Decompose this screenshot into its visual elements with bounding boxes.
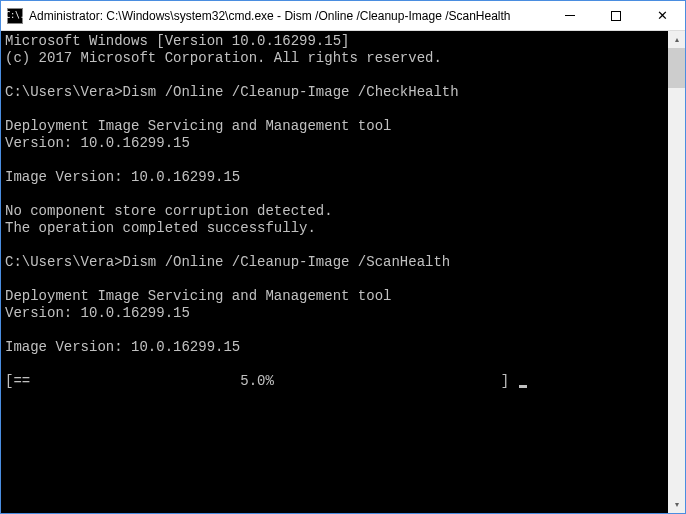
terminal-output[interactable]: Microsoft Windows [Version 10.0.16299.15…	[1, 31, 668, 513]
terminal-line: Deployment Image Servicing and Managemen…	[5, 288, 391, 304]
close-button[interactable]: ✕	[639, 1, 685, 30]
maximize-icon	[611, 11, 621, 21]
terminal-line: Image Version: 10.0.16299.15	[5, 339, 240, 355]
terminal-line: [== 5.0% ]	[5, 373, 517, 389]
minimize-icon	[565, 15, 575, 16]
terminal-line: Version: 10.0.16299.15	[5, 305, 190, 321]
window-controls: ✕	[547, 1, 685, 30]
close-icon: ✕	[657, 9, 668, 22]
scroll-thumb[interactable]	[668, 48, 685, 88]
terminal-line: No component store corruption detected.	[5, 203, 333, 219]
scroll-up-button[interactable]: ▴	[668, 31, 685, 48]
terminal-line: (c) 2017 Microsoft Corporation. All righ…	[5, 50, 442, 66]
terminal-container: Microsoft Windows [Version 10.0.16299.15…	[1, 31, 685, 513]
scroll-down-button[interactable]: ▾	[668, 496, 685, 513]
cmd-icon: C:\.	[7, 8, 23, 24]
minimize-button[interactable]	[547, 1, 593, 30]
terminal-line: C:\Users\Vera>Dism /Online /Cleanup-Imag…	[5, 254, 450, 270]
vertical-scrollbar[interactable]: ▴ ▾	[668, 31, 685, 513]
maximize-button[interactable]	[593, 1, 639, 30]
scroll-track[interactable]	[668, 48, 685, 496]
terminal-line: Version: 10.0.16299.15	[5, 135, 190, 151]
terminal-line: Deployment Image Servicing and Managemen…	[5, 118, 391, 134]
titlebar[interactable]: C:\. Administrator: C:\Windows\system32\…	[1, 1, 685, 31]
terminal-line: Image Version: 10.0.16299.15	[5, 169, 240, 185]
window-title: Administrator: C:\Windows\system32\cmd.e…	[29, 9, 547, 23]
terminal-line: Microsoft Windows [Version 10.0.16299.15…	[5, 33, 349, 49]
chevron-up-icon: ▴	[675, 35, 679, 44]
terminal-line: C:\Users\Vera>Dism /Online /Cleanup-Imag…	[5, 84, 459, 100]
chevron-down-icon: ▾	[675, 500, 679, 509]
cursor	[519, 385, 527, 388]
terminal-line: The operation completed successfully.	[5, 220, 316, 236]
